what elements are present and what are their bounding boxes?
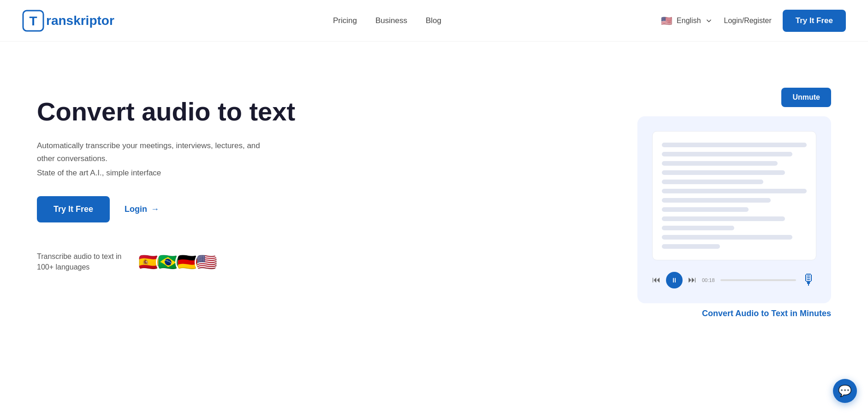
text-line-2	[662, 152, 792, 156]
audio-progress-bar[interactable]	[720, 279, 796, 281]
text-line-8	[662, 207, 749, 212]
text-line-7	[662, 198, 771, 203]
nav-business[interactable]: Business	[375, 16, 407, 25]
hero-right: Unmute ⏮ ⏸ ⏭	[450, 78, 831, 318]
hero-buttons: Try It Free Login →	[37, 196, 418, 222]
transcript-text-area	[652, 131, 816, 260]
text-line-1	[662, 143, 807, 147]
text-line-10	[662, 226, 734, 230]
navbar: T ranskriptor Pricing Business Blog 🇺🇸 E…	[0, 0, 868, 42]
text-line-12	[662, 244, 720, 249]
logo-link[interactable]: T ranskriptor	[22, 10, 114, 32]
hero-login-link[interactable]: Login →	[125, 204, 159, 214]
nav-blog[interactable]: Blog	[426, 16, 441, 25]
chat-bubble-button[interactable]: 💬	[833, 379, 857, 403]
logo-text-suffix: ranskriptor	[46, 13, 114, 28]
svg-text:T: T	[29, 14, 37, 28]
text-line-3	[662, 161, 778, 166]
pause-icon: ⏸	[671, 276, 678, 284]
hero-login-text: Login	[125, 204, 147, 214]
language-selector[interactable]: 🇺🇸 English	[660, 14, 713, 27]
text-line-11	[662, 235, 792, 240]
nav-cta-button[interactable]: Try It Free	[783, 10, 846, 32]
hero-title: Convert audio to text	[37, 97, 418, 126]
flag-group: 🇪🇸 🇧🇷 🇩🇪 🇺🇸	[137, 250, 219, 274]
flag-us-hero: 🇺🇸	[195, 250, 219, 274]
hero-languages: Transcribe audio to text in 100+ languag…	[37, 250, 418, 274]
language-label: English	[677, 17, 701, 25]
chat-icon: 💬	[838, 384, 852, 397]
logo-icon: T	[22, 10, 44, 32]
nav-pricing[interactable]: Pricing	[333, 16, 357, 25]
nav-right: 🇺🇸 English Login/Register Try It Free	[660, 10, 846, 32]
forward-icon[interactable]: ⏭	[688, 275, 696, 285]
unmute-button[interactable]: Unmute	[781, 88, 831, 107]
rewind-icon[interactable]: ⏮	[652, 275, 660, 285]
nav-links: Pricing Business Blog	[333, 16, 441, 25]
login-register-link[interactable]: Login/Register	[724, 17, 772, 25]
transcript-card: ⏮ ⏸ ⏭ 00:18 🎙	[637, 116, 831, 303]
hero-left: Convert audio to text Automatically tran…	[37, 78, 418, 274]
play-pause-button[interactable]: ⏸	[666, 272, 683, 288]
hero-section: Convert audio to text Automatically tran…	[0, 42, 868, 414]
hero-subtitle: Automatically transcribe your meetings, …	[37, 139, 277, 164]
arrow-icon: →	[151, 204, 159, 214]
hero-feature: State of the art A.I., simple interface	[37, 168, 418, 178]
text-line-6	[662, 189, 807, 193]
logo-text: ranskriptor	[46, 13, 114, 28]
flag-us: 🇺🇸	[660, 14, 673, 27]
audio-controls: ⏮ ⏸ ⏭ 00:18 🎙	[652, 270, 816, 288]
audio-time: 00:18	[702, 277, 715, 283]
text-line-4	[662, 170, 785, 175]
chevron-down-icon	[705, 17, 713, 25]
microphone-icon: 🎙	[802, 271, 816, 288]
text-line-5	[662, 180, 763, 184]
hero-cta-button[interactable]: Try It Free	[37, 196, 110, 222]
languages-text: Transcribe audio to text in 100+ languag…	[37, 252, 129, 272]
text-line-9	[662, 216, 785, 221]
card-caption: Convert Audio to Text in Minutes	[702, 309, 831, 318]
